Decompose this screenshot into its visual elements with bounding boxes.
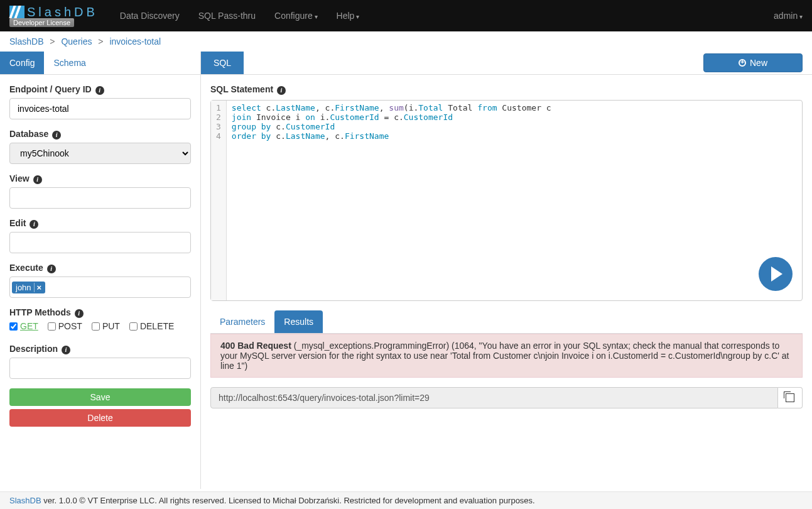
new-button-label: New bbox=[750, 58, 767, 68]
left-tabs: Config Schema bbox=[0, 52, 200, 75]
top-navbar: SlashDB Developer License Data Discovery… bbox=[0, 0, 812, 31]
editor-gutter: 1234 bbox=[211, 101, 227, 300]
nav-user-menu[interactable]: admin bbox=[774, 11, 803, 21]
tab-parameters[interactable]: Parameters bbox=[210, 310, 274, 333]
tag-label: john bbox=[16, 283, 31, 292]
edit-label: Edit i bbox=[9, 218, 191, 229]
logo-text: SlashDB bbox=[27, 5, 98, 19]
breadcrumb-queries[interactable]: Queries bbox=[61, 36, 92, 47]
tab-sql[interactable]: SQL bbox=[201, 52, 244, 74]
breadcrumb: SlashDB > Queries > invoices-total bbox=[0, 31, 812, 52]
endpoint-label: Endpoint / Query ID i bbox=[9, 84, 191, 95]
result-url-input[interactable] bbox=[210, 387, 778, 408]
http-put-checkbox[interactable] bbox=[92, 322, 100, 331]
nav-data-discovery[interactable]: Data Discovery bbox=[120, 11, 180, 21]
copy-url-button[interactable] bbox=[778, 387, 803, 408]
database-select[interactable]: my5Chinook bbox=[9, 143, 191, 164]
http-get-link[interactable]: GET bbox=[20, 321, 38, 331]
http-post-checkbox[interactable] bbox=[48, 322, 56, 331]
new-button[interactable]: New bbox=[703, 53, 803, 72]
result-url-row bbox=[210, 387, 803, 408]
logo[interactable]: SlashDB bbox=[9, 5, 98, 19]
description-label: Description i bbox=[9, 344, 191, 354]
license-badge: Developer License bbox=[9, 18, 74, 27]
delete-button[interactable]: Delete bbox=[9, 409, 191, 427]
info-icon[interactable]: i bbox=[33, 175, 42, 184]
breadcrumb-current[interactable]: invoices-total bbox=[109, 36, 161, 47]
view-input[interactable] bbox=[9, 187, 191, 209]
execute-label: Execute i bbox=[9, 263, 191, 273]
info-icon[interactable]: i bbox=[277, 86, 286, 95]
results-section: Parameters Results 400 Bad Request (_mys… bbox=[201, 310, 812, 489]
info-icon[interactable]: i bbox=[30, 220, 38, 229]
left-panel: Config Schema Endpoint / Query ID i Data… bbox=[0, 52, 201, 489]
execute-sql-button[interactable] bbox=[759, 257, 793, 291]
nav-items: Data Discovery SQL Pass-thru Configure H… bbox=[120, 11, 359, 21]
plus-icon bbox=[739, 59, 746, 67]
error-status: 400 Bad Request bbox=[220, 341, 291, 351]
editor-code[interactable]: select c.LastName, c.FirstName, sum(i.To… bbox=[227, 101, 802, 300]
tab-schema[interactable]: Schema bbox=[44, 52, 95, 74]
logo-area: SlashDB Developer License bbox=[9, 5, 98, 27]
tag-remove-icon[interactable]: × bbox=[34, 283, 42, 292]
main: Config Schema Endpoint / Query ID i Data… bbox=[0, 52, 812, 489]
tab-config[interactable]: Config bbox=[0, 52, 44, 74]
config-form: Endpoint / Query ID i Database i my5Chin… bbox=[0, 75, 200, 439]
nav-sql-passthru[interactable]: SQL Pass-thru bbox=[198, 11, 256, 21]
result-tabs: Parameters Results bbox=[210, 310, 803, 334]
edit-input[interactable] bbox=[9, 232, 191, 253]
sql-area: SQL Statement i 1234 select c.LastName, … bbox=[201, 75, 812, 310]
breadcrumb-root[interactable]: SlashDB bbox=[9, 36, 43, 47]
http-delete-checkbox[interactable] bbox=[129, 322, 138, 331]
execute-tag: john × bbox=[12, 282, 45, 293]
view-label: View i bbox=[9, 173, 191, 184]
breadcrumb-sep: > bbox=[50, 36, 55, 47]
nav-help[interactable]: Help bbox=[337, 11, 360, 21]
endpoint-input[interactable] bbox=[9, 98, 191, 119]
nav-configure[interactable]: Configure bbox=[274, 11, 317, 21]
info-icon[interactable]: i bbox=[62, 346, 70, 354]
info-icon[interactable]: i bbox=[47, 265, 56, 273]
sql-editor[interactable]: 1234 select c.LastName, c.FirstName, sum… bbox=[210, 100, 803, 301]
right-panel: SQL New SQL Statement i 1234 select c.La… bbox=[201, 52, 812, 489]
http-methods: GET POST PUT DELETE bbox=[9, 321, 191, 334]
http-methods-label: HTTP Methods i bbox=[9, 307, 191, 318]
sql-statement-label: SQL Statement i bbox=[210, 84, 803, 95]
copy-icon bbox=[786, 393, 794, 402]
save-button[interactable]: Save bbox=[9, 388, 191, 406]
logo-icon bbox=[9, 6, 24, 18]
right-top: SQL New bbox=[201, 52, 812, 75]
error-text: (_mysql_exceptions.ProgrammingError) (10… bbox=[220, 341, 789, 371]
tab-results[interactable]: Results bbox=[274, 310, 323, 333]
error-message: 400 Bad Request (_mysql_exceptions.Progr… bbox=[210, 334, 803, 378]
database-label: Database i bbox=[9, 129, 191, 140]
breadcrumb-sep: > bbox=[98, 36, 103, 47]
info-icon[interactable]: i bbox=[52, 131, 61, 140]
info-icon[interactable]: i bbox=[75, 309, 84, 318]
description-input[interactable] bbox=[9, 358, 191, 379]
http-get-checkbox[interactable] bbox=[9, 322, 18, 331]
info-icon[interactable]: i bbox=[95, 86, 104, 95]
execute-input[interactable]: john × bbox=[9, 276, 191, 298]
